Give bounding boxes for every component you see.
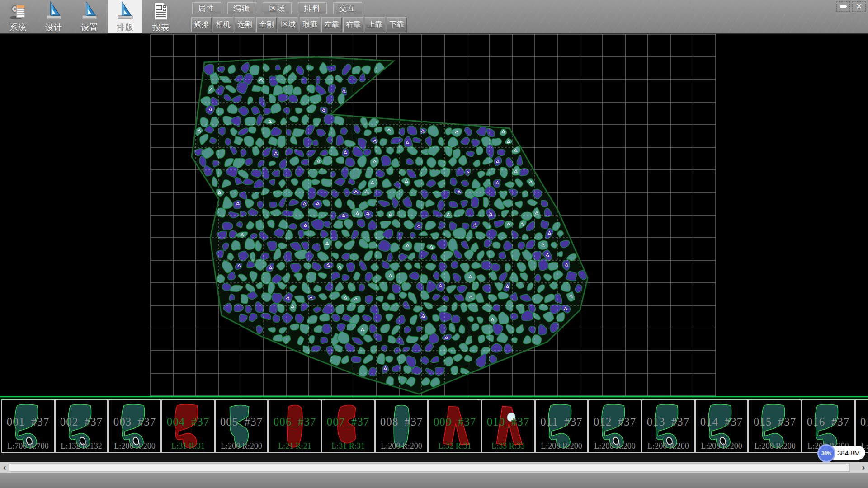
minimize-icon bbox=[840, 5, 847, 8]
report-icon bbox=[151, 1, 170, 21]
status-bar bbox=[0, 473, 868, 488]
piece-thumbnail[interactable]: 004_#37L:31 R:31 bbox=[161, 399, 215, 453]
piece-thumbnail[interactable]: 015_#37L:200 R:200 bbox=[748, 399, 802, 453]
memory-percent-label: 38% bbox=[821, 450, 831, 456]
piece-id-label: 008_#37 bbox=[376, 416, 427, 428]
piece-id-label: 004_#37 bbox=[162, 416, 214, 428]
menu-item-properties[interactable]: 属性 bbox=[192, 2, 221, 14]
piece-lr-count: L:700 R:700 bbox=[2, 441, 54, 451]
piece-lr-count: L:200 R:200 bbox=[749, 441, 801, 451]
piece-id-label: 006_#37 bbox=[269, 416, 321, 428]
piece-id-label: 017_#37 bbox=[856, 416, 868, 428]
main-mode-buttons: 系统 设计 设置 排版 bbox=[1, 0, 179, 33]
piece-thumbnail[interactable]: 001_#37L:700 R:700 bbox=[1, 399, 55, 453]
piece-id-label: 002_#37 bbox=[56, 416, 107, 428]
tool-button-snap-top[interactable]: 上靠 bbox=[365, 17, 385, 32]
piece-lr-count: L:200 R:200 bbox=[589, 441, 641, 451]
piece-lr-count: L:132 R:132 bbox=[56, 441, 107, 451]
piece-thumbnail[interactable]: 005_#37L:200 R:200 bbox=[215, 399, 268, 453]
piece-lr-count: L:200 R:200 bbox=[216, 441, 267, 451]
piece-thumbnail[interactable]: 014_#37L:200 R:200 bbox=[695, 399, 748, 453]
main-toolbar: 系统 设计 设置 排版 bbox=[0, 0, 868, 34]
close-icon: ✕ bbox=[856, 3, 862, 10]
piece-thumbnail[interactable]: 003_#37L:200 R:200 bbox=[108, 399, 161, 453]
system-icon bbox=[9, 1, 28, 21]
toolbar-button-layout[interactable]: 排版 bbox=[108, 0, 142, 33]
piece-thumbnail[interactable]: 012_#37L:200 R:200 bbox=[588, 399, 642, 453]
piece-id-label: 013_#37 bbox=[642, 416, 694, 428]
toolbar-button-label: 设计 bbox=[45, 22, 62, 33]
piece-thumbnail[interactable]: 008_#37L:200 R:200 bbox=[375, 399, 428, 453]
layout-icon bbox=[116, 1, 135, 21]
tool-button-cluster-nest[interactable]: 聚排 bbox=[191, 17, 212, 32]
horizontal-scrollbar[interactable]: ‹ › bbox=[0, 462, 868, 473]
tool-button-defect[interactable]: 瑕疵 bbox=[300, 17, 320, 32]
piece-lr-count: L:33 R:33 bbox=[482, 441, 534, 451]
piece-lr-count: L:200 R:200 bbox=[376, 441, 427, 451]
tool-button-snap-left[interactable]: 左靠 bbox=[321, 17, 342, 32]
toolbar-button-settings[interactable]: 设置 bbox=[72, 0, 107, 33]
piece-lr-count: L:32 R:31 bbox=[429, 441, 481, 451]
piece-thumbnail[interactable]: 006_#37L:21 R:21 bbox=[268, 399, 321, 453]
toolbar-button-design[interactable]: 设计 bbox=[37, 0, 71, 33]
piece-id-label: 011_#37 bbox=[536, 416, 587, 428]
piece-lr-count: L:200 R:200 bbox=[642, 441, 694, 451]
piece-lr-count: L:200 R:200 bbox=[109, 441, 160, 451]
tool-bar: 聚排相机选割全割区域瑕疵左靠右靠上靠下靠 bbox=[191, 17, 408, 32]
menu-item-edit[interactable]: 编辑 bbox=[227, 2, 256, 14]
piece-id-label: 015_#37 bbox=[749, 416, 801, 428]
nesting-canvas[interactable] bbox=[0, 34, 868, 396]
tool-button-camera[interactable]: 相机 bbox=[213, 17, 233, 32]
piece-thumbnail[interactable]: 007_#37L:31 R:31 bbox=[321, 399, 375, 453]
menu-item-nesting[interactable]: 排料 bbox=[298, 2, 327, 14]
piece-thumbnail[interactable]: 009_#37L:32 R:31 bbox=[428, 399, 481, 453]
piece-lr-count: L:31 R:31 bbox=[322, 441, 374, 451]
piece-thumbnail[interactable]: 011_#37L:200 R:200 bbox=[535, 399, 588, 453]
scrollbar-thumb[interactable] bbox=[9, 463, 850, 472]
piece-id-label: 007_#37 bbox=[322, 416, 374, 428]
canvas-area[interactable] bbox=[0, 34, 868, 396]
piece-lr-count: L:31 R:31 bbox=[162, 441, 214, 451]
memory-percent-circle: 38% bbox=[817, 444, 835, 462]
piece-lr-count: L:21 R:21 bbox=[269, 441, 321, 451]
piece-id-label: 003_#37 bbox=[109, 416, 160, 428]
design-icon bbox=[44, 1, 63, 21]
piece-id-label: 005_#37 bbox=[216, 416, 267, 428]
scroll-right-arrow[interactable]: › bbox=[859, 462, 868, 473]
tool-button-snap-right[interactable]: 右靠 bbox=[343, 17, 363, 32]
piece-thumbnail-strip: 001_#37L:700 R:700002_#37L:132 R:132003_… bbox=[0, 399, 868, 453]
settings-icon bbox=[80, 1, 99, 21]
tool-button-region[interactable]: 区域 bbox=[278, 17, 298, 32]
toolbar-button-label: 报表 bbox=[152, 22, 170, 33]
toolbar-button-label: 排版 bbox=[117, 22, 134, 33]
tool-button-cut-all[interactable]: 全割 bbox=[256, 17, 277, 32]
toolbar-button-label: 设置 bbox=[81, 22, 98, 33]
strip-gap bbox=[0, 453, 868, 462]
piece-thumbnail[interactable]: 010_#37L:33 R:33 bbox=[481, 399, 535, 453]
piece-lr-count: L:200 R:200 bbox=[696, 441, 747, 451]
piece-thumbnail[interactable]: 002_#37L:132 R:132 bbox=[55, 399, 108, 453]
strip-accent-line bbox=[0, 396, 868, 399]
close-button[interactable]: ✕ bbox=[852, 1, 866, 12]
tool-button-snap-bottom[interactable]: 下靠 bbox=[387, 17, 407, 32]
memory-badge[interactable]: 384.8M 38% bbox=[817, 444, 868, 463]
app-window: 系统 设计 设置 排版 bbox=[0, 0, 868, 488]
menu-bar: 属性编辑区域排料交互 bbox=[192, 2, 368, 14]
memory-size-label: 384.8M bbox=[837, 449, 860, 457]
piece-id-label: 001_#37 bbox=[2, 416, 54, 428]
piece-id-label: 016_#37 bbox=[802, 416, 854, 428]
piece-id-label: 014_#37 bbox=[696, 416, 747, 428]
piece-thumbnail[interactable]: 013_#37L:200 R:200 bbox=[642, 399, 695, 453]
window-controls: ✕ bbox=[834, 1, 866, 12]
toolbar-button-report[interactable]: 报表 bbox=[144, 0, 178, 33]
menu-item-interaction[interactable]: 交互 bbox=[333, 2, 362, 14]
menu-item-region[interactable]: 区域 bbox=[263, 2, 292, 14]
piece-id-label: 012_#37 bbox=[589, 416, 641, 428]
piece-id-label: 010_#37 bbox=[482, 416, 534, 428]
toolbar-button-system[interactable]: 系统 bbox=[1, 0, 35, 33]
tool-button-select-cut[interactable]: 选割 bbox=[235, 17, 255, 32]
minimize-button[interactable] bbox=[836, 1, 850, 12]
toolbar-button-label: 系统 bbox=[9, 22, 27, 33]
scroll-left-arrow[interactable]: ‹ bbox=[0, 462, 9, 473]
piece-lr-count: L:200 R:200 bbox=[536, 441, 587, 451]
